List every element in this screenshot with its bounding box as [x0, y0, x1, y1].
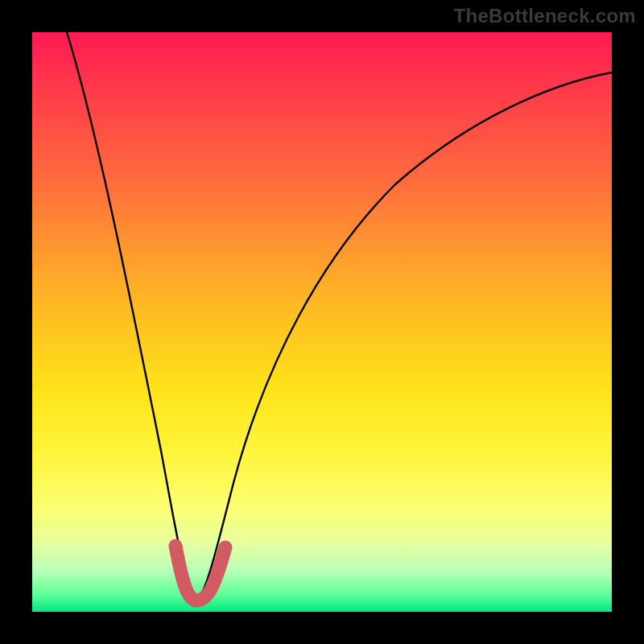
bottleneck-curve: [67, 32, 612, 597]
watermark-text: TheBottleneck.com: [454, 5, 636, 27]
chart-plot-area: [32, 32, 612, 612]
chart-svg: [32, 32, 612, 612]
minimum-highlight: [175, 546, 225, 601]
chart-frame: TheBottleneck.com: [0, 0, 644, 644]
